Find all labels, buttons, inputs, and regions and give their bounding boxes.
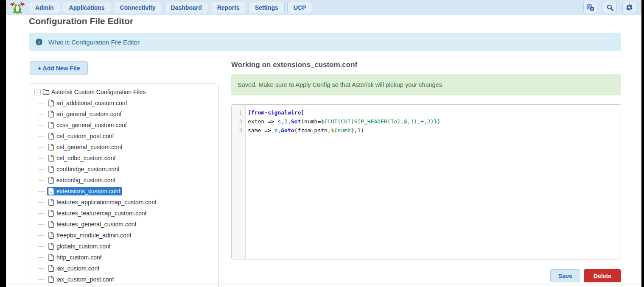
tree-file-label[interactable]: http_custom.conf <box>56 254 102 261</box>
code-text: same => n,Goto(from-pstn,${numb},1) <box>246 126 364 135</box>
info-banner-text: What is Configuration File Editor <box>48 39 140 46</box>
tree-file-node[interactable]: features_featuremap_custom.conf <box>47 209 148 217</box>
code-line[interactable]: 1[from-signalwire] <box>232 108 621 117</box>
file-text-icon <box>48 188 54 195</box>
tree-file-node[interactable]: ari_additional_custom.conf <box>47 99 129 107</box>
tree-file-node[interactable]: freepbx_module_admin.conf <box>47 231 134 240</box>
tree-file-node[interactable]: features_applicationmap_custom.conf <box>47 198 159 206</box>
code-editor[interactable]: 1[from-signalwire]2exten => s,1,Set(numb… <box>231 104 621 259</box>
nav-item-admin[interactable]: Admin <box>29 2 60 13</box>
settings-button[interactable] <box>622 2 636 13</box>
file-icon <box>48 221 54 228</box>
tree-file-list: ari_additional_custom.confari_general_cu… <box>38 98 218 287</box>
file-icon <box>48 210 54 217</box>
tree-file-node[interactable]: cel_odbc_custom.conf <box>47 154 118 162</box>
delete-button[interactable]: Delete <box>584 269 621 282</box>
tree-file-node[interactable]: extconfig_custom.conf <box>47 176 118 184</box>
tree-file-item: confbridge_custom.conf <box>38 164 218 175</box>
tree-file-item: cel_general_custom.conf <box>38 142 218 153</box>
tree-file-label[interactable]: features_featuremap_custom.conf <box>56 210 146 217</box>
code-line[interactable]: 3same => n,Goto(from-pstn,${numb},1) <box>232 126 621 135</box>
tree-file-item: ccss_general_custom.conf <box>38 120 218 131</box>
tree-file-label[interactable]: globals_custom.conf <box>56 243 111 250</box>
add-new-file-button[interactable]: + Add New File <box>30 61 88 75</box>
tree-file-label[interactable]: cel_general_custom.conf <box>56 144 123 150</box>
tree-file-label[interactable]: features_applicationmap_custom.conf <box>56 199 157 206</box>
tree-file-item: globals_custom.conf <box>38 241 218 252</box>
tree-file-item: features_applicationmap_custom.conf <box>38 197 218 208</box>
file-icon <box>48 100 54 106</box>
tree-file-label[interactable]: cel_custom_post.conf <box>56 133 114 139</box>
footer-divider <box>6 284 641 284</box>
gear-icon <box>626 4 633 11</box>
tree-file-label[interactable]: freepbx_module_admin.conf <box>56 232 132 239</box>
editor-content[interactable]: 1[from-signalwire]2exten => s,1,Set(numb… <box>232 108 621 135</box>
nav-item-settings[interactable]: Settings <box>249 2 285 13</box>
code-text: [from-signalwire] <box>246 108 304 117</box>
file-icon <box>48 199 54 206</box>
file-icon <box>48 243 54 250</box>
tree-file-item: features_general_custom.conf <box>38 219 218 230</box>
tree-file-label[interactable]: features_general_custom.conf <box>56 221 136 228</box>
tree-file-item: ari_additional_custom.conf <box>38 98 218 109</box>
tree-file-label[interactable]: extconfig_custom.conf <box>56 177 115 184</box>
tree-file-item <box>38 285 218 287</box>
file-icon <box>48 133 54 139</box>
tree-file-node[interactable]: confbridge_custom.conf <box>47 165 122 173</box>
tree-file-node[interactable]: features_general_custom.conf <box>47 220 138 228</box>
tree-file-node[interactable]: iax_custom_post.conf <box>47 275 116 284</box>
success-banner-text: Saved. Make sure to Apply Config so that… <box>238 81 442 88</box>
tree-file-label[interactable]: iax_custom_post.conf <box>56 276 114 283</box>
save-button[interactable]: Save <box>550 269 580 282</box>
success-banner: Saved. Make sure to Apply Config so that… <box>231 74 621 95</box>
collapse-toggle-icon[interactable]: − <box>34 89 41 95</box>
tree-file-label[interactable]: ari_general_custom.conf <box>56 111 121 117</box>
code-line[interactable]: 2exten => s,1,Set(numb=${CUT(CUT(SIP_HEA… <box>232 117 621 126</box>
tree-file-node[interactable]: cel_general_custom.conf <box>47 143 125 151</box>
file-icon <box>48 122 54 128</box>
tree-file-node[interactable]: globals_custom.conf <box>47 242 113 251</box>
nav-item-connectivity[interactable]: Connectivity <box>114 2 162 13</box>
svg-text:A: A <box>591 7 593 11</box>
line-number: 3 <box>232 126 246 135</box>
tree-file-node[interactable]: http_custom.conf <box>47 253 104 262</box>
file-icon <box>48 177 54 184</box>
language-button[interactable]: A <box>583 2 597 13</box>
folder-icon <box>42 89 50 95</box>
search-button[interactable] <box>603 2 617 13</box>
tree-file-node[interactable]: ari_general_custom.conf <box>47 110 123 118</box>
nav-item-ucp[interactable]: UCP <box>287 2 313 13</box>
nav-item-applications[interactable]: Applications <box>63 2 111 13</box>
tree-file-label[interactable]: confbridge_custom.conf <box>56 166 120 173</box>
tree-file-node[interactable]: cel_custom_post.conf <box>47 132 116 140</box>
tree-file-item: iax_custom_post.conf <box>38 274 218 285</box>
tree-file-item: http_custom.conf <box>38 252 218 263</box>
tree-file-item: freepbx_module_admin.conf <box>38 230 218 241</box>
tree-root-label[interactable]: Asterisk Custom Configuration Files <box>51 89 146 95</box>
tree-file-item: extensions_custom.conf <box>38 186 218 197</box>
file-icon <box>48 254 54 261</box>
file-icon <box>48 111 54 117</box>
tree-file-node-selected[interactable]: extensions_custom.conf <box>47 187 122 195</box>
tree-file-label[interactable]: cel_odbc_custom.conf <box>56 155 115 162</box>
tree-file-item: ari_general_custom.conf <box>38 109 218 120</box>
page-title: Configuration File Editor <box>29 16 133 26</box>
tree-file-node[interactable]: ccss_general_custom.conf <box>47 121 129 129</box>
tree-file-label[interactable]: iax_custom.conf <box>56 265 99 272</box>
nav-item-reports[interactable]: Reports <box>211 2 246 13</box>
main-menu: AdminApplicationsConnectivityDashboardRe… <box>29 2 312 13</box>
info-icon: i <box>36 39 42 45</box>
nav-item-dashboard[interactable]: Dashboard <box>165 2 208 13</box>
file-icon <box>48 144 54 150</box>
info-banner[interactable]: i What is Configuration File Editor <box>29 33 621 51</box>
tree-file-label[interactable]: ari_additional_custom.conf <box>56 100 127 106</box>
tree-file-node[interactable]: iax_custom.conf <box>47 264 101 273</box>
app-window: AdminApplicationsConnectivityDashboardRe… <box>6 0 641 287</box>
freepbx-frog-logo[interactable] <box>9 1 25 14</box>
tree-file-item: extconfig_custom.conf <box>38 175 218 186</box>
tree-file-label[interactable]: ccss_general_custom.conf <box>56 122 127 128</box>
tree-root-node[interactable]: − Asterisk Custom Configuration Files <box>34 86 218 98</box>
line-number: 2 <box>232 117 246 126</box>
config-file-tree: − Asterisk Custom Configuration Files ar… <box>34 86 218 287</box>
tree-file-label[interactable]: extensions_custom.conf <box>56 188 120 195</box>
